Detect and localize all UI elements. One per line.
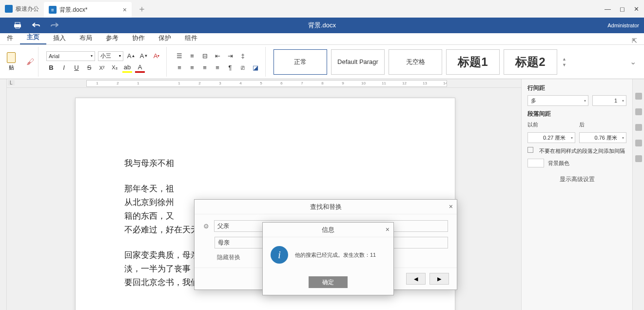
align-center-icon[interactable]: ≡ [187,63,197,73]
menu-plugin[interactable]: 组件 [178,32,204,44]
svg-rect-1 [14,24,21,27]
app-title: 极速办公 [0,5,44,13]
find-options-gear-icon[interactable]: ⚙ [203,223,209,230]
open-file-location-icon[interactable]: ⇱ [632,37,644,44]
find-dialog-title: 查找和替换 × [195,200,457,214]
font-color-icon[interactable]: A [135,63,145,73]
no-space-same-style-checkbox[interactable] [527,147,533,153]
strikethrough-icon[interactable]: S [84,63,94,73]
info-ok-button[interactable]: 确定 [309,276,348,288]
style-scroll-up-icon[interactable]: ▲ [562,57,566,62]
sort-icon[interactable]: ⎚ [238,63,248,73]
find-prev-button[interactable]: ◀ [406,273,426,285]
shading-icon[interactable]: ◪ [251,63,260,73]
info-dialog: 信息 × i 他的搜索已经完成。发生次数：11 确定 [262,222,394,295]
numbering-icon[interactable]: ≡ [187,51,197,61]
style-scroll-down-icon[interactable]: ▼ [562,62,566,67]
menu-collab[interactable]: 协作 [125,32,152,44]
paste-icon[interactable] [7,52,16,63]
format-painter-icon[interactable]: 🖌 [26,58,34,66]
bg-color-label: 背景颜色 [548,160,569,167]
info-dialog-close-icon[interactable]: × [386,226,390,233]
bold-icon[interactable]: B [46,63,56,73]
side-tool-5-icon[interactable] [635,155,642,162]
style-scroll: ▲ ▼ [560,57,566,67]
ribbon: 贴 🖌 Arial▾ 小三▾ A▲ A▼ A▾ B I U S X² X₂ ab… [0,45,644,79]
justify-icon[interactable]: ≡ [213,63,222,73]
user-label: Administrator [607,22,644,28]
redo-icon[interactable] [51,22,59,29]
new-tab-button[interactable]: ＋ [132,3,152,15]
undo-icon[interactable] [32,22,40,29]
underline-icon[interactable]: U [72,63,81,73]
maximize-icon[interactable]: ◻ [620,5,625,13]
style-default-para[interactable]: Default Paragr [331,49,385,75]
side-tool-2-icon[interactable] [635,108,642,115]
vertical-ruler [0,79,7,310]
document-tab[interactable]: ≡ 背景.docx* × [44,2,132,18]
highlight-icon[interactable]: ab [122,63,132,73]
ribbon-expand-icon[interactable]: ⌄ [630,57,641,66]
italic-icon[interactable]: I [59,63,69,73]
paragraph-1[interactable]: 我与母亲不相 [124,157,406,170]
ruler-corner-label: L [8,80,15,85]
no-space-label: 不要在相同样式的段落之间添加间隔 [539,147,625,155]
menu-insert[interactable]: 插入 [46,32,73,44]
close-window-icon[interactable]: ✕ [634,5,639,13]
paragraph-group: ☰ ≡ ⊟ ⇤ ⇥ ‡ ≡ ≡ ≡ ≡ ¶ ⎚ ◪ [170,47,266,77]
change-case-icon[interactable]: A▾ [152,51,161,61]
bullets-icon[interactable]: ☰ [175,51,184,61]
subscript-icon[interactable]: X₂ [110,63,119,73]
dec-indent-icon[interactable]: ⇤ [213,51,222,61]
info-dialog-title: 信息 × [263,223,393,237]
doc-icon: ≡ [49,6,57,14]
close-tab-icon[interactable]: × [123,6,127,14]
find-dialog-close-icon[interactable]: × [449,203,453,210]
font-name-select[interactable]: Arial▾ [46,51,95,61]
menu-protect[interactable]: 保护 [152,32,178,44]
workspace: L 1211234567891011121314151617 我与母亲不相 那年… [0,79,644,310]
line-spacing-value-input[interactable]: 1 [592,95,626,106]
minimize-icon[interactable]: — [605,5,611,13]
spacing-after-input[interactable]: 0.76 厘米 [579,132,627,143]
menu-reference[interactable]: 参考 [99,32,125,44]
side-tool-1-icon[interactable] [635,93,642,100]
multilevel-icon[interactable]: ⊟ [200,51,210,61]
app-icon [5,5,13,13]
spacing-before-input[interactable]: 0.27 厘米 [527,132,575,143]
style-no-space[interactable]: 无空格 [389,49,442,75]
inc-indent-icon[interactable]: ⇥ [225,51,235,61]
paste-label: 贴 [9,64,14,71]
style-heading1[interactable]: 标题1 [446,49,500,75]
align-right-icon[interactable]: ≡ [200,63,210,73]
info-icon: i [271,246,288,264]
show-advanced-link[interactable]: 显示高级设置 [527,175,626,184]
print-icon[interactable] [14,22,21,29]
horizontal-ruler-bar: 1211234567891011121314151617 [7,79,521,88]
increase-font-icon[interactable]: A▲ [126,51,136,61]
title-bar: 极速办公 ≡ 背景.docx* × ＋ — ◻ ✕ [0,0,644,18]
pilcrow-icon[interactable]: ¶ [225,63,235,73]
before-label: 以前 [527,121,575,128]
quick-access-bar: 背景.docx Administrator [0,18,644,33]
align-left-icon[interactable]: ≡ [175,63,184,73]
find-next-button[interactable]: ▶ [429,273,449,285]
line-spacing-title: 行间距 [527,84,626,92]
line-spacing-icon[interactable]: ‡ [238,51,248,61]
menu-file[interactable]: 件 [0,32,20,44]
style-heading2[interactable]: 标题2 [504,49,557,75]
side-tool-4-icon[interactable] [635,140,642,146]
superscript-icon[interactable]: X² [97,63,107,73]
bg-color-swatch[interactable] [527,159,544,167]
doc-title-center: 背景.docx [308,21,336,30]
clipboard-group: 贴 [3,47,20,77]
app-name-label: 极速办公 [16,5,39,13]
font-size-select[interactable]: 小三▾ [98,51,123,61]
menu-layout[interactable]: 布局 [73,32,99,44]
para-spacing-title: 段落间距 [527,110,626,118]
line-spacing-mode-select[interactable]: 多 [527,95,588,106]
style-normal[interactable]: 正常 [273,49,327,75]
horizontal-ruler[interactable]: 1211234567891011121314151617 [86,80,447,87]
side-tool-3-icon[interactable] [635,124,642,131]
decrease-font-icon[interactable]: A▼ [139,51,149,61]
